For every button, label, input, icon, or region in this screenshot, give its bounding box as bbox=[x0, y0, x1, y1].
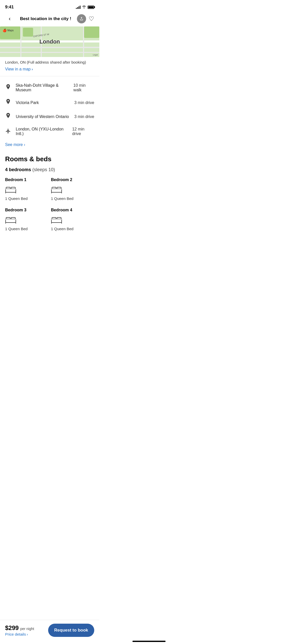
favorite-button[interactable]: ♡ bbox=[89, 15, 94, 22]
map-background: OXFORD ST W 🍎 Maps London Legal bbox=[0, 26, 99, 57]
view-map-link[interactable]: View in a map › bbox=[5, 67, 94, 71]
park-area bbox=[84, 26, 99, 38]
bedroom-label: Bedroom 4 bbox=[51, 208, 94, 212]
nearby-place-name: London, ON (YXU-London Intl.) bbox=[16, 127, 72, 136]
battery-icon bbox=[88, 6, 94, 9]
bed-icon bbox=[51, 185, 94, 194]
nearby-item: University of Western Ontario 3 min driv… bbox=[5, 110, 94, 124]
nearby-place-name: University of Western Ontario bbox=[16, 114, 69, 119]
svg-rect-21 bbox=[51, 219, 62, 220]
nearby-item: London, ON (YXU-London Intl.) 12 min dri… bbox=[5, 124, 94, 139]
location-pin-icon bbox=[5, 113, 11, 120]
chevron-right-icon: › bbox=[32, 67, 33, 71]
bed-icon bbox=[51, 215, 94, 225]
nearby-left: University of Western Ontario bbox=[5, 113, 69, 120]
location-pin-icon bbox=[5, 99, 11, 106]
address-section: London, ON (Full address shared after bo… bbox=[0, 57, 99, 72]
svg-rect-9 bbox=[51, 189, 62, 190]
bedroom-label: Bedroom 2 bbox=[51, 178, 94, 182]
svg-rect-3 bbox=[6, 189, 16, 190]
nearby-distance: 3 min drive bbox=[74, 100, 94, 105]
bed-type: 1 Queen Bed bbox=[5, 227, 48, 231]
nearby-item: Victoria Park 3 min drive bbox=[5, 96, 94, 110]
map-preview: OXFORD ST W 🍎 Maps London Legal bbox=[0, 26, 99, 57]
header-actions: ♡ bbox=[77, 14, 94, 23]
status-bar: 9:41 bbox=[0, 0, 99, 12]
road bbox=[20, 26, 21, 57]
road bbox=[83, 26, 84, 57]
nearby-distance: 3 min drive bbox=[74, 114, 94, 119]
nearby-distance: 12 min drive bbox=[72, 127, 94, 136]
wifi-icon bbox=[82, 5, 86, 9]
nearby-left: Victoria Park bbox=[5, 99, 39, 106]
park-area bbox=[23, 28, 33, 37]
share-button[interactable] bbox=[77, 14, 86, 23]
header: ‹ Best location in the city ! ♡ bbox=[0, 12, 99, 26]
nearby-place-name: Victoria Park bbox=[16, 100, 39, 105]
status-time: 9:41 bbox=[5, 5, 14, 10]
nearby-place-name: Ska-Nah-Doht Village & Museum bbox=[16, 83, 73, 92]
bedroom-item: Bedroom 2 1 Queen Bed bbox=[51, 178, 94, 201]
road bbox=[0, 47, 99, 48]
address-text: London, ON (Full address shared after bo… bbox=[5, 60, 94, 64]
road bbox=[0, 52, 99, 53]
back-button[interactable]: ‹ bbox=[5, 16, 14, 22]
apple-logo-icon: 🍎 bbox=[3, 28, 7, 32]
status-icons bbox=[76, 5, 94, 9]
bed-type: 1 Queen Bed bbox=[51, 227, 94, 231]
bed-type: 1 Queen Bed bbox=[51, 196, 94, 201]
see-more-link[interactable]: See more › bbox=[0, 140, 99, 149]
bed-type: 1 Queen Bed bbox=[5, 196, 48, 201]
header-title: Best location in the city ! bbox=[14, 16, 77, 21]
bedroom-item: Bedroom 3 1 Queen Bed bbox=[5, 208, 48, 231]
bedrooms-count: 4 bedrooms (sleeps 10) bbox=[5, 167, 94, 172]
bed-icon bbox=[5, 215, 48, 225]
bedroom-label: Bedroom 3 bbox=[5, 208, 48, 212]
map-legal: Legal bbox=[93, 54, 98, 56]
bedroom-item: Bedroom 1 1 Queen Bed bbox=[5, 178, 48, 201]
bedroom-label: Bedroom 1 bbox=[5, 178, 48, 182]
location-pin-icon bbox=[5, 84, 11, 92]
nearby-left: London, ON (YXU-London Intl.) bbox=[5, 127, 72, 136]
nearby-left: Ska-Nah-Doht Village & Museum bbox=[5, 83, 73, 92]
rooms-title: Rooms & beds bbox=[5, 155, 94, 163]
nearby-item: Ska-Nah-Doht Village & Museum 10 min wal… bbox=[5, 80, 94, 96]
bedrooms-grid: Bedroom 1 1 Queen Bed Bedroom 2 bbox=[5, 178, 94, 256]
apple-maps-logo: 🍎 Maps bbox=[3, 28, 13, 32]
bedroom-item: Bedroom 4 1 Queen Bed bbox=[51, 208, 94, 231]
share-icon bbox=[79, 17, 84, 21]
signal-icon bbox=[76, 5, 80, 9]
nearby-distance: 10 min walk bbox=[73, 83, 94, 92]
plane-icon bbox=[5, 128, 11, 135]
bed-icon bbox=[5, 185, 48, 194]
svg-rect-15 bbox=[6, 219, 16, 220]
chevron-right-icon: › bbox=[24, 142, 25, 147]
nearby-section: Ska-Nah-Doht Village & Museum 10 min wal… bbox=[0, 80, 99, 139]
rooms-section: Rooms & beds 4 bedrooms (sleeps 10) Bedr… bbox=[0, 149, 99, 256]
map-city-label: London bbox=[39, 38, 60, 45]
divider bbox=[0, 76, 99, 76]
